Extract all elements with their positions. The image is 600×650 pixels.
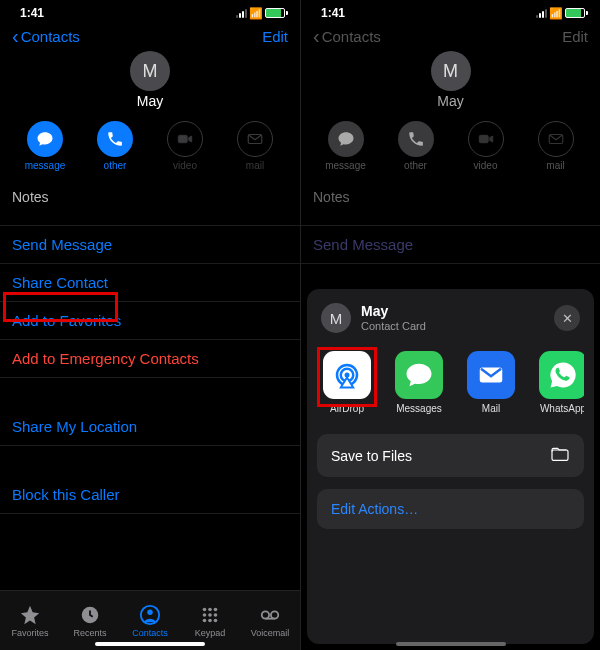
svg-point-14 [262, 611, 269, 618]
share-location-row[interactable]: Share My Location [0, 408, 300, 446]
call-action[interactable]: other [92, 121, 138, 171]
tab-label: Favorites [11, 628, 48, 638]
tab-label: Voicemail [251, 628, 290, 638]
svg-point-7 [214, 607, 218, 611]
video-action: video [463, 121, 509, 171]
status-bar: 1:41 📶 [0, 0, 300, 22]
video-icon [167, 121, 203, 157]
nav-bar: ‹ Contacts Edit [301, 22, 600, 51]
airdrop-app[interactable]: AirDrop [319, 351, 375, 414]
mail-action: mail [533, 121, 579, 171]
back-label: Contacts [322, 28, 381, 45]
app-label: AirDrop [330, 403, 364, 414]
contact-header: M May [301, 51, 600, 115]
action-label: message [325, 160, 366, 171]
tab-keypad[interactable]: Keypad [182, 604, 238, 638]
svg-point-12 [208, 618, 212, 622]
folder-icon [550, 446, 570, 465]
messages-app[interactable]: Messages [391, 351, 447, 414]
back-label: Contacts [21, 28, 80, 45]
add-emergency-row[interactable]: Add to Emergency Contacts [0, 340, 300, 378]
svg-point-10 [214, 613, 218, 617]
svg-point-11 [203, 618, 207, 622]
save-files-card[interactable]: Save to Files [317, 434, 584, 477]
cellular-icon [536, 8, 547, 18]
contact-name: May [137, 93, 163, 109]
svg-point-6 [208, 607, 212, 611]
avatar-icon: M [321, 303, 351, 333]
avatar[interactable]: M [130, 51, 170, 91]
svg-point-13 [214, 618, 218, 622]
edit-actions-label: Edit Actions… [317, 489, 584, 529]
notes-row: Notes [301, 181, 600, 226]
whatsapp-app[interactable]: WhatsApp [535, 351, 584, 414]
share-sheet-header: M May Contact Card ✕ [317, 299, 584, 343]
send-message-row[interactable]: Send Message [0, 226, 300, 264]
add-favorites-row[interactable]: Add to Favorites [0, 302, 300, 340]
share-contact-row[interactable]: Share Contact [0, 264, 300, 302]
tab-favorites[interactable]: Favorites [2, 604, 58, 638]
video-icon [468, 121, 504, 157]
app-label: Messages [396, 403, 442, 414]
app-label: Mail [482, 403, 500, 414]
action-label: message [25, 160, 66, 171]
spacer [0, 446, 300, 476]
action-label: video [474, 160, 498, 171]
action-label: mail [546, 160, 564, 171]
tab-voicemail[interactable]: Voicemail [242, 604, 298, 638]
cellular-icon [236, 8, 247, 18]
message-action: message [323, 121, 369, 171]
svg-point-15 [271, 611, 278, 618]
quick-actions: message other video mail [301, 115, 600, 181]
app-label: WhatsApp [540, 403, 584, 414]
edit-actions-card[interactable]: Edit Actions… [317, 489, 584, 529]
mail-action[interactable]: mail [232, 121, 278, 171]
mail-app[interactable]: Mail [463, 351, 519, 414]
back-button: ‹ Contacts [313, 28, 381, 45]
spacer [0, 378, 300, 408]
contact-header: M May [0, 51, 300, 115]
tab-recents[interactable]: Recents [62, 604, 118, 638]
battery-icon [565, 8, 588, 18]
share-apps-row[interactable]: AirDrop Messages Mail WhatsApp [317, 343, 584, 424]
status-time: 1:41 [20, 6, 44, 20]
quick-actions: message other video mail [0, 115, 300, 181]
send-message-row: Send Message [301, 226, 600, 264]
svg-rect-23 [552, 450, 568, 460]
message-action[interactable]: message [22, 121, 68, 171]
action-label: video [173, 160, 197, 171]
message-icon [27, 121, 63, 157]
notes-row[interactable]: Notes [0, 181, 300, 226]
edit-button: Edit [562, 28, 588, 45]
battery-icon [265, 8, 288, 18]
block-caller-row[interactable]: Block this Caller [0, 476, 300, 514]
action-label: other [404, 160, 427, 171]
close-button[interactable]: ✕ [554, 305, 580, 331]
phone-icon [97, 121, 133, 157]
action-label: mail [246, 160, 264, 171]
sheet-subtitle: Contact Card [361, 320, 426, 333]
phone-icon [398, 121, 434, 157]
mail-icon [467, 351, 515, 399]
messages-icon [395, 351, 443, 399]
video-action[interactable]: video [162, 121, 208, 171]
tab-contacts[interactable]: Contacts [122, 604, 178, 638]
back-button[interactable]: ‹ Contacts [12, 28, 80, 45]
tab-label: Contacts [132, 628, 168, 638]
edit-button[interactable]: Edit [262, 28, 288, 45]
chevron-left-icon: ‹ [313, 29, 320, 44]
svg-point-9 [208, 613, 212, 617]
svg-point-8 [203, 613, 207, 617]
sheet-title: May [361, 303, 426, 320]
home-indicator[interactable] [396, 642, 506, 646]
share-sheet[interactable]: M May Contact Card ✕ AirDrop Messages Ma… [307, 289, 594, 644]
avatar: M [431, 51, 471, 91]
chevron-left-icon: ‹ [12, 29, 19, 44]
svg-point-4 [147, 609, 153, 615]
nav-bar: ‹ Contacts Edit [0, 22, 300, 51]
svg-rect-0 [178, 135, 187, 143]
home-indicator[interactable] [95, 642, 205, 646]
close-icon: ✕ [562, 311, 573, 326]
call-action: other [393, 121, 439, 171]
mail-icon [237, 121, 273, 157]
